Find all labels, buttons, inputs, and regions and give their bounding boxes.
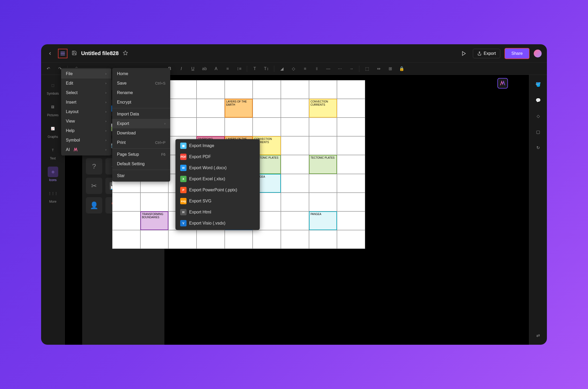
- layer-icon[interactable]: ⬚: [363, 65, 371, 73]
- grid-cell[interactable]: PANGEA: [309, 211, 337, 230]
- sidebar-item-icons[interactable]: ◎Icons: [48, 167, 58, 182]
- settings-toggle-icon[interactable]: ⇄: [534, 331, 542, 339]
- grid-cell[interactable]: [337, 155, 365, 174]
- sidebar-item-graphs[interactable]: 📈Graphs: [48, 123, 58, 139]
- grid-cell[interactable]: [281, 118, 309, 136]
- comment-icon[interactable]: 💬: [534, 96, 542, 104]
- grid-cell[interactable]: [197, 80, 225, 99]
- line-solid-icon[interactable]: —: [324, 65, 332, 73]
- grid-cell[interactable]: LAYERS OF THE EARTH: [225, 99, 253, 118]
- export-menu-item[interactable]: PDFExport PDF: [175, 151, 260, 162]
- menu-item[interactable]: Page SetupF6: [112, 150, 170, 159]
- grid-cell[interactable]: [337, 136, 365, 155]
- menu-item[interactable]: SaveCtrl+S: [112, 79, 170, 88]
- ai-badge[interactable]: [497, 78, 508, 89]
- grid-cell[interactable]: [253, 118, 281, 136]
- grid-cell[interactable]: [281, 155, 309, 174]
- menu-item[interactable]: Star: [112, 171, 170, 181]
- star-icon[interactable]: [123, 50, 128, 57]
- lock-icon[interactable]: 🔒: [398, 65, 406, 73]
- user-avatar[interactable]: [534, 50, 542, 57]
- line-dashed-icon[interactable]: ⋯: [336, 65, 344, 73]
- align-horizontal-icon[interactable]: ≡: [224, 65, 232, 73]
- eraser-icon[interactable]: ◇: [290, 65, 297, 73]
- grid-cell[interactable]: [168, 118, 197, 136]
- grid-cell[interactable]: [225, 118, 253, 136]
- grid-cell[interactable]: [197, 118, 225, 136]
- align-vertical-icon[interactable]: ⫶≡: [235, 65, 243, 73]
- grid-cell[interactable]: [168, 99, 197, 118]
- grid-cell[interactable]: [337, 118, 365, 136]
- grid-cell[interactable]: [112, 230, 140, 249]
- share-button[interactable]: Share: [504, 48, 530, 59]
- paint-bucket-icon[interactable]: 🪣: [534, 80, 542, 89]
- menu-item[interactable]: File›: [61, 69, 111, 79]
- grid-cell[interactable]: [197, 99, 225, 118]
- hamburger-menu-button[interactable]: [58, 49, 67, 58]
- grid-cell[interactable]: [112, 193, 140, 211]
- export-menu-item[interactable]: WExport Word (.docx): [175, 162, 260, 173]
- grid-cell[interactable]: [281, 230, 309, 249]
- menu-item[interactable]: Download: [112, 128, 170, 138]
- grid-cell[interactable]: [281, 174, 309, 193]
- grid-cell[interactable]: TECTONIC PLATES: [309, 155, 337, 174]
- sidebar-item-more[interactable]: ⋮⋮⋮More: [48, 188, 58, 203]
- menu-item[interactable]: Layout›: [61, 107, 111, 116]
- grid-cell[interactable]: [281, 211, 309, 230]
- grid-cell[interactable]: [309, 80, 337, 99]
- menu-item[interactable]: Symbol›: [61, 135, 111, 145]
- text-direction-icon[interactable]: T↕: [262, 65, 270, 73]
- menu-item[interactable]: Encrypt: [112, 98, 170, 107]
- grid-cell[interactable]: [337, 174, 365, 193]
- grid-cell[interactable]: TRANSFORMING BOUNDARIES: [140, 211, 169, 230]
- grid-cell[interactable]: CONVECTION CURRENTS: [309, 99, 337, 118]
- undo-icon[interactable]: ↶: [44, 65, 52, 73]
- export-menu-item[interactable]: PExport PowerPoint (.pptx): [175, 184, 260, 196]
- play-button[interactable]: [459, 49, 469, 58]
- menu-item[interactable]: AI›: [61, 145, 111, 154]
- grid-cell[interactable]: [309, 230, 337, 249]
- file-title[interactable]: Untitled file828: [81, 50, 119, 56]
- grid-cell[interactable]: [253, 99, 281, 118]
- menu-item[interactable]: Home: [112, 69, 170, 79]
- grid-cell[interactable]: [337, 211, 365, 230]
- menu-item[interactable]: Default Setting: [112, 159, 170, 169]
- text-tool-icon[interactable]: T: [251, 65, 259, 73]
- icon-library-item[interactable]: ✂: [86, 178, 102, 194]
- grid-cell[interactable]: [337, 230, 365, 249]
- sidebar-item-symbols[interactable]: ⬚Symbols: [47, 80, 59, 95]
- group-icon[interactable]: ⊞: [386, 65, 394, 73]
- menu-item[interactable]: PrintCtrl+P: [112, 138, 170, 147]
- history-icon[interactable]: ↻: [534, 143, 542, 152]
- save-indicator-icon[interactable]: [72, 50, 77, 57]
- fill-icon[interactable]: ◢: [278, 65, 286, 73]
- grid-cell[interactable]: [197, 230, 225, 249]
- font-color-icon[interactable]: A: [212, 65, 220, 73]
- menu-item[interactable]: Rename: [112, 88, 170, 98]
- underline-icon[interactable]: U: [189, 65, 197, 73]
- shapes-icon[interactable]: ◇: [534, 112, 542, 120]
- export-menu-item[interactable]: HExport Html: [175, 207, 260, 218]
- line-style-icon[interactable]: ≡: [301, 65, 309, 73]
- grid-cell[interactable]: [281, 99, 309, 118]
- mirror-icon[interactable]: ⇔: [375, 65, 383, 73]
- grid-cell[interactable]: [112, 211, 140, 230]
- sidebar-item-pictures[interactable]: 🖼Pictures: [47, 102, 58, 117]
- presentation-icon[interactable]: ▢: [534, 128, 542, 136]
- back-button[interactable]: [46, 50, 54, 57]
- menu-item[interactable]: Help›: [61, 126, 111, 135]
- grid-cell[interactable]: [168, 230, 197, 249]
- arrow-icon[interactable]: →: [347, 65, 355, 73]
- menu-item[interactable]: Edit›: [61, 79, 111, 88]
- grid-cell[interactable]: [253, 230, 281, 249]
- icon-library-item[interactable]: 👤: [86, 197, 102, 213]
- strikethrough-icon[interactable]: ab: [200, 65, 208, 73]
- grid-cell[interactable]: [140, 193, 169, 211]
- grid-cell[interactable]: [253, 80, 281, 99]
- grid-cell[interactable]: [140, 230, 169, 249]
- grid-cell[interactable]: [225, 80, 253, 99]
- grid-cell[interactable]: [337, 80, 365, 99]
- menu-item[interactable]: Insert›: [61, 98, 111, 107]
- sidebar-item-text[interactable]: TText: [48, 145, 58, 160]
- line-spacing-icon[interactable]: ⫴: [313, 65, 321, 73]
